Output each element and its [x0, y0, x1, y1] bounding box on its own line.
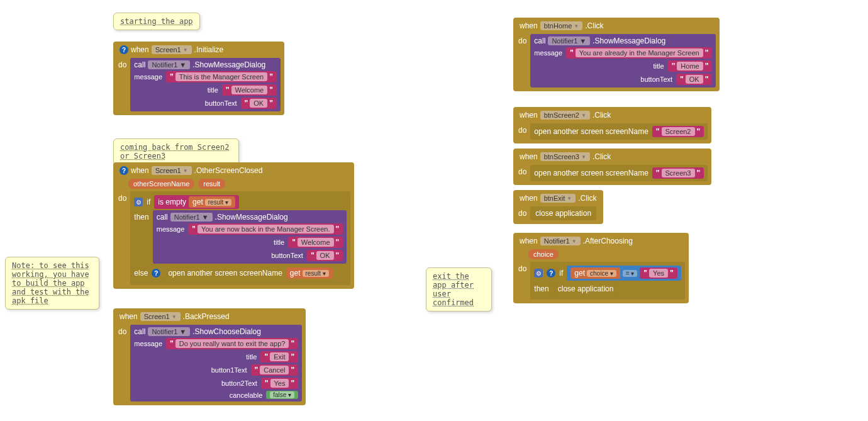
comment-coming-back: coming back from Screen2 or Screen3	[113, 138, 239, 165]
comment-starting: starting the app	[113, 13, 200, 30]
btnscreen3-dropdown[interactable]: btnScreen3▼	[540, 152, 590, 161]
close-app2[interactable]: close application	[553, 282, 619, 296]
close-app[interactable]: close application	[530, 206, 596, 220]
text-exit[interactable]: "Exit"	[260, 351, 298, 362]
text-home[interactable]: "Home"	[668, 60, 713, 72]
text-ok[interactable]: "OK"	[241, 98, 277, 109]
notifier1-dropdown[interactable]: Notifier1▼	[148, 327, 190, 336]
text-exit-q[interactable]: "Do you really want to exit the app?"	[166, 338, 298, 349]
screen1-dropdown[interactable]: Screen1▼	[140, 312, 181, 321]
text-cancel[interactable]: "Cancel"	[251, 364, 299, 376]
when-screen1-initialize[interactable]: ? when Screen1▼ .Initialize do call Noti…	[113, 42, 284, 115]
when-btnexit-click[interactable]: when btnExit▼ .Click do close applicatio…	[513, 190, 603, 224]
param-otherscreenname[interactable]: otherScreenName	[128, 179, 194, 189]
open-screen2[interactable]: open another screen screenName "Screen2"	[530, 123, 708, 140]
help-icon[interactable]: ?	[152, 269, 160, 278]
text-yes[interactable]: "Yes"	[261, 378, 298, 389]
param-result[interactable]: result	[198, 179, 225, 189]
text-init-msg[interactable]: "This is the Manager Screen"	[166, 71, 277, 82]
text-ok3[interactable]: "OK"	[676, 74, 712, 85]
help-icon[interactable]: ?	[120, 166, 128, 175]
screen1-dropdown[interactable]: Screen1▼	[152, 45, 192, 54]
when-screen1-otherscreenclosed[interactable]: ? when Screen1▼ .OtherScreenClosed other…	[113, 162, 354, 289]
when-btnscreen3-click[interactable]: when btnScreen3▼ .Click do open another …	[513, 149, 711, 185]
notifier1-dropdown-ev[interactable]: Notifier1▼	[540, 237, 581, 245]
call-notifier-choosedialog[interactable]: call Notifier1▼ .ShowChooseDialog messag…	[130, 325, 302, 401]
text-back-msg[interactable]: "You are now back in the Manager Screen.…	[188, 223, 343, 235]
compare-eq[interactable]: getchoice ▾ = ▾ "Yes"	[567, 266, 681, 281]
get-result2[interactable]: getresult ▾	[286, 267, 333, 279]
notifier1-dropdown[interactable]: Notifier1▼	[548, 36, 590, 45]
gear-icon[interactable]: ⚙	[534, 269, 543, 278]
help-icon[interactable]: ?	[547, 269, 555, 278]
false-block[interactable]: false ▾	[266, 391, 298, 399]
text-screen2[interactable]: "Screen2"	[652, 126, 704, 137]
text-welcome2[interactable]: "Welcome"	[288, 237, 343, 248]
when-notifier1-afterchoosing[interactable]: when Notifier1▼ .AfterChoosing choice do…	[513, 233, 689, 303]
text-yes2[interactable]: "Yes"	[640, 267, 677, 279]
when-btnscreen2-click[interactable]: when btnScreen2▼ .Click do open another …	[513, 107, 711, 143]
if-block[interactable]: ⚙ if is empty getresult ▾ then call Noti…	[130, 191, 350, 285]
text-welcome[interactable]: "Welcome"	[222, 84, 277, 96]
get-result[interactable]: getresult ▾	[189, 196, 235, 208]
get-choice[interactable]: getchoice ▾	[570, 267, 620, 279]
comment-note: Note: to see this working, you have to b…	[5, 257, 99, 310]
open-another-screen[interactable]: open another screen screenName getresult…	[164, 265, 336, 281]
help-icon[interactable]: ?	[120, 45, 128, 54]
is-empty-block[interactable]: is empty getresult ▾	[154, 195, 239, 209]
if-choice-yes[interactable]: ⚙ ? if getchoice ▾ = ▾ "Yes" then close …	[530, 262, 684, 300]
param-choice[interactable]: choice	[528, 249, 559, 259]
when-btnhome-click[interactable]: when btnHome▼ .Click do call Notifier1▼ …	[513, 18, 720, 91]
gear-icon[interactable]: ⚙	[134, 198, 143, 206]
notifier1-dropdown[interactable]: Notifier1▼	[170, 213, 213, 222]
notifier1-dropdown[interactable]: Notifier1▼	[148, 60, 190, 69]
btnexit-dropdown[interactable]: btnExit▼	[540, 194, 576, 203]
btnhome-dropdown[interactable]: btnHome▼	[540, 21, 583, 30]
screen1-dropdown[interactable]: Screen1▼	[152, 166, 192, 175]
open-screen3[interactable]: open another screen screenName "Screen3"	[530, 165, 708, 181]
call-notifier-backmsg[interactable]: call Notifier1▼ .ShowMessageDialog messa…	[153, 210, 347, 264]
btnscreen2-dropdown[interactable]: btnScreen2▼	[540, 111, 590, 120]
call-notifier-showmsg[interactable]: call Notifier1▼ .ShowMessageDialog messa…	[130, 58, 281, 111]
text-screen3[interactable]: "Screen3"	[652, 167, 704, 179]
text-home-msg[interactable]: "You are already in the Manager Screen"	[566, 47, 712, 59]
call-notifier-homemsg[interactable]: call Notifier1▼ .ShowMessageDialog messa…	[530, 34, 716, 87]
when-screen1-backpressed[interactable]: when Screen1▼ .BackPressed do call Notif…	[113, 308, 306, 405]
comment-exit: exit the app after user confirmed	[426, 267, 492, 312]
text-ok2[interactable]: "OK"	[307, 250, 343, 261]
